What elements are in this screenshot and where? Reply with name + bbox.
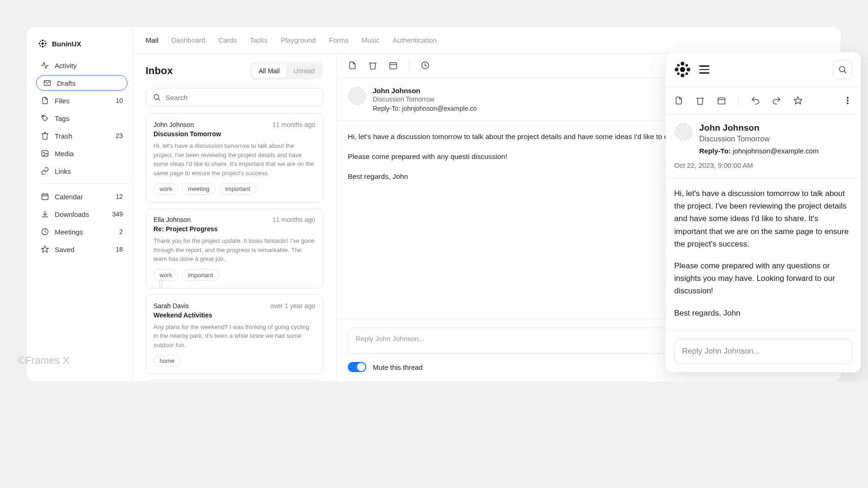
- sidebar-item-drafts[interactable]: Drafts: [36, 75, 128, 91]
- trash-icon: [41, 132, 49, 140]
- svg-marker-18: [42, 246, 49, 253]
- message-tag: home: [153, 355, 181, 367]
- activity-icon: [41, 61, 49, 70]
- overlay-panel: John Johnson Discussion Tomorrow Reply-T…: [666, 52, 861, 372]
- message-tag: important: [182, 269, 219, 281]
- sidebar-item-trash[interactable]: Trash 23: [36, 128, 128, 144]
- svg-line-20: [158, 99, 160, 101]
- message-tag: work: [153, 183, 178, 195]
- calendar-icon: [41, 192, 49, 201]
- sidebar-count: 349: [112, 210, 123, 218]
- message-from: Ella Johnson: [153, 216, 191, 223]
- sidebar-item-tags[interactable]: Tags: [36, 110, 128, 126]
- svg-point-3: [39, 43, 41, 44]
- clock-icon: [41, 228, 49, 236]
- message-subject: Re: Project Progress: [153, 225, 315, 233]
- menu-icon[interactable]: [699, 65, 709, 74]
- tab-cards[interactable]: Cards: [218, 36, 237, 44]
- message-preview: Any plans for the weekend? I was thinkin…: [153, 323, 315, 350]
- sidebar-item-calendar[interactable]: Calendar 12: [36, 189, 128, 204]
- sidebar-item-activity[interactable]: Activity: [36, 57, 128, 73]
- tab-forms[interactable]: Forms: [329, 36, 349, 44]
- search-input[interactable]: [166, 94, 316, 101]
- tab-music[interactable]: Music: [362, 36, 380, 44]
- tab-dashboard[interactable]: Dashboard: [172, 36, 205, 44]
- svg-marker-37: [794, 97, 802, 104]
- svg-point-10: [43, 116, 44, 117]
- svg-point-38: [847, 97, 849, 99]
- sidebar-item-label: Downloads: [55, 210, 89, 218]
- download-icon: [41, 210, 49, 218]
- schedule-icon[interactable]: [389, 61, 398, 70]
- archive-icon[interactable]: [674, 96, 683, 105]
- overlay-search-button[interactable]: [833, 60, 852, 79]
- sidebar-item-saved[interactable]: Saved 18: [36, 241, 128, 257]
- redo-icon[interactable]: [772, 96, 781, 105]
- star-icon[interactable]: [793, 96, 803, 105]
- reading-subject: Discussion Tomorrow: [373, 95, 477, 103]
- svg-point-29: [677, 64, 679, 66]
- message-preview: Thank you for the project update. It loo…: [153, 236, 315, 264]
- message-item[interactable]: Ella Johnson 11 months ago Re: Project P…: [146, 208, 323, 289]
- sidebar-item-label: Tags: [55, 114, 70, 122]
- delete-icon[interactable]: [696, 96, 705, 105]
- message-tag: meeting: [182, 183, 215, 195]
- filter-unread[interactable]: Unread: [287, 64, 321, 78]
- snooze-icon[interactable]: [421, 61, 430, 70]
- svg-point-27: [675, 68, 678, 71]
- sidebar-item-media[interactable]: Media: [36, 146, 128, 161]
- message-item[interactable]: John Johnson 11 months ago Discussion To…: [146, 113, 323, 203]
- overlay-logo-icon: [674, 61, 691, 78]
- image-icon: [41, 149, 49, 158]
- brand: BuninUX: [36, 36, 128, 56]
- mail-icon: [43, 79, 51, 87]
- sidebar-item-files[interactable]: Files 10: [36, 93, 128, 108]
- avatar: [674, 123, 693, 141]
- tab-authentication[interactable]: Authentication: [393, 36, 437, 44]
- sidebar-item-label: Files: [55, 97, 70, 105]
- schedule-icon[interactable]: [717, 96, 726, 105]
- tab-mail[interactable]: Mail: [146, 36, 159, 44]
- overlay-body: Hi, let's have a discussion tomorrow to …: [666, 178, 861, 330]
- pane-resize-handle[interactable]: [160, 279, 162, 288]
- message-time: 11 months ago: [272, 121, 315, 128]
- star-icon: [41, 245, 49, 254]
- sidebar-item-label: Media: [55, 150, 74, 158]
- delete-icon[interactable]: [368, 61, 377, 70]
- search-input-wrapper[interactable]: [146, 88, 323, 107]
- svg-point-8: [45, 45, 46, 47]
- message-item[interactable]: Oliver Brown over 1 year ago Re: Inquiry…: [146, 380, 323, 381]
- tab-playground[interactable]: Playground: [281, 36, 316, 44]
- more-icon[interactable]: [843, 96, 852, 105]
- mute-toggle[interactable]: [348, 362, 366, 372]
- overlay-from: John Johnson: [699, 123, 819, 133]
- archive-icon[interactable]: [348, 61, 357, 70]
- sidebar-item-links[interactable]: Links: [36, 163, 128, 179]
- sidebar-item-label: Links: [55, 167, 71, 175]
- sidebar-count: 23: [115, 132, 123, 139]
- sidebar-count: 18: [115, 246, 123, 253]
- svg-rect-21: [390, 63, 397, 69]
- filter-segment: All Mail Unread: [250, 62, 323, 80]
- sidebar-item-downloads[interactable]: Downloads 349: [36, 206, 128, 222]
- undo-icon[interactable]: [751, 96, 760, 105]
- svg-point-5: [40, 41, 41, 42]
- reading-from: John Johnson: [373, 87, 477, 95]
- sidebar-item-label: Meetings: [55, 228, 83, 236]
- svg-line-34: [844, 71, 846, 73]
- svg-point-6: [45, 41, 46, 42]
- reading-reply-to: Reply-To: johnjohnson@example.co: [373, 105, 477, 112]
- watermark: ©Frames X: [18, 355, 70, 367]
- svg-point-12: [44, 152, 45, 153]
- filter-all[interactable]: All Mail: [252, 64, 286, 78]
- sidebar: BuninUX Activity Drafts Files 10 Tags: [27, 27, 133, 381]
- message-item[interactable]: Sarah Davis over 1 year ago Weekend Acti…: [146, 294, 323, 375]
- tag-icon: [41, 114, 49, 122]
- overlay-reply-input[interactable]: Reply John Johnson...: [674, 339, 852, 364]
- sidebar-item-meetings[interactable]: Meetings 2: [36, 224, 128, 240]
- inbox-title: Inbox: [146, 65, 173, 77]
- sidebar-item-label: Calendar: [55, 193, 83, 201]
- svg-point-40: [847, 103, 849, 104]
- svg-point-4: [45, 43, 47, 44]
- tab-tasks[interactable]: Tasks: [250, 36, 268, 44]
